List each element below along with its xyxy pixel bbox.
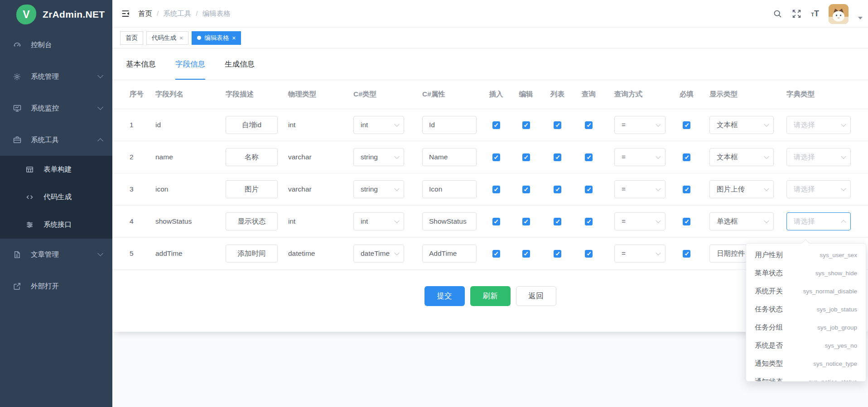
cs-type-select[interactable]: int bbox=[353, 116, 404, 134]
tag-1[interactable]: 代码生成× bbox=[146, 31, 188, 45]
list-checkbox[interactable] bbox=[554, 186, 561, 193]
list-checkbox[interactable] bbox=[554, 250, 561, 258]
breadcrumb-item[interactable]: 首页 bbox=[138, 9, 152, 19]
cs-type-select-value: string bbox=[361, 185, 378, 193]
dict-type-select[interactable]: 请选择 bbox=[786, 212, 851, 230]
check-icon bbox=[555, 154, 559, 158]
cs-property-input[interactable] bbox=[422, 244, 477, 263]
font-size-icon[interactable]: TT bbox=[811, 9, 819, 19]
close-icon[interactable]: × bbox=[232, 35, 236, 41]
edit-checkbox[interactable] bbox=[522, 218, 530, 225]
dict-option[interactable]: 系统开关sys_normal_disable bbox=[746, 282, 866, 300]
dict-option[interactable]: 系统是否sys_yes_no bbox=[746, 336, 866, 354]
cs-type-select[interactable]: string bbox=[353, 148, 404, 166]
submenu-item-code[interactable]: 代码生成 bbox=[0, 183, 112, 211]
display-type-select[interactable]: 单选框 bbox=[709, 212, 774, 230]
list-checkbox[interactable] bbox=[554, 153, 561, 161]
dict-option[interactable]: 通知类型sys_notice_type bbox=[746, 354, 866, 373]
dict-option-label: 任务状态 bbox=[755, 305, 783, 314]
cs-property-input[interactable] bbox=[422, 116, 477, 134]
insert-checkbox[interactable] bbox=[492, 153, 500, 161]
sidebar-item-document[interactable]: 文章管理 bbox=[0, 239, 112, 270]
tag-home[interactable]: 首页 bbox=[120, 31, 143, 45]
list-checkbox[interactable] bbox=[554, 218, 561, 225]
menu-fold-icon[interactable] bbox=[121, 9, 130, 19]
code-icon bbox=[25, 193, 36, 201]
query-mode-select[interactable]: = bbox=[614, 212, 665, 230]
required-checkbox[interactable] bbox=[683, 153, 690, 161]
dict-type-select[interactable]: 请选择 bbox=[786, 148, 851, 166]
required-checkbox[interactable] bbox=[683, 250, 690, 258]
tab-1[interactable]: 字段信息 bbox=[175, 48, 205, 80]
back-button[interactable]: 返回 bbox=[516, 286, 556, 306]
dict-option[interactable]: 通知状态sys_notice_status bbox=[746, 373, 866, 382]
insert-checkbox[interactable] bbox=[492, 121, 500, 129]
description-input[interactable] bbox=[226, 180, 278, 198]
row-number: 1 bbox=[123, 121, 152, 129]
edit-checkbox[interactable] bbox=[522, 121, 530, 129]
edit-checkbox[interactable] bbox=[522, 250, 530, 258]
submenu-item-sliders[interactable]: 系统接口 bbox=[0, 211, 112, 239]
sidebar-item-external[interactable]: 外部打开 bbox=[0, 270, 112, 302]
query-checkbox[interactable] bbox=[585, 121, 593, 129]
display-type-select[interactable]: 文本框 bbox=[709, 116, 774, 134]
edit-checkbox[interactable] bbox=[522, 186, 530, 193]
list-checkbox[interactable] bbox=[554, 121, 561, 129]
cs-property-input[interactable] bbox=[422, 148, 477, 166]
display-type-select[interactable]: 文本框 bbox=[709, 148, 774, 166]
description-input[interactable] bbox=[226, 244, 278, 263]
cs-type-select[interactable]: dateTime bbox=[353, 244, 404, 263]
display-type-select[interactable]: 图片上传 bbox=[709, 180, 774, 198]
tag-2[interactable]: 编辑表格× bbox=[192, 31, 241, 45]
dict-type-select[interactable]: 请选择 bbox=[786, 116, 851, 134]
sidebar-item-toolbox[interactable]: 系统工具 bbox=[0, 124, 112, 156]
brand-name: ZrAdmin.NET bbox=[43, 9, 105, 20]
dict-option[interactable]: 任务分组sys_job_group bbox=[746, 318, 866, 336]
check-icon bbox=[587, 187, 591, 191]
edit-checkbox[interactable] bbox=[522, 153, 530, 161]
dict-option[interactable]: 用户性别sys_user_sex bbox=[746, 246, 866, 264]
edit-checkbox-wrap bbox=[522, 121, 530, 129]
submenu-item-table[interactable]: 表单构建 bbox=[0, 156, 112, 183]
insert-checkbox[interactable] bbox=[492, 250, 500, 258]
query-mode-select[interactable]: = bbox=[614, 116, 665, 134]
dict-type-select[interactable]: 请选择 bbox=[786, 180, 851, 198]
description-input[interactable] bbox=[226, 212, 278, 230]
tab-2[interactable]: 生成信息 bbox=[225, 48, 255, 80]
query-checkbox[interactable] bbox=[585, 218, 593, 225]
dict-option[interactable]: 任务状态sys_job_status bbox=[746, 300, 866, 318]
description-input[interactable] bbox=[226, 148, 278, 166]
description-input[interactable] bbox=[226, 116, 278, 134]
query-mode-select[interactable]: = bbox=[614, 180, 665, 198]
sidebar-item-dashboard[interactable]: 控制台 bbox=[0, 29, 112, 61]
cs-type-select[interactable]: int bbox=[353, 212, 404, 230]
insert-checkbox[interactable] bbox=[492, 218, 500, 225]
sidebar-item-gear[interactable]: 系统管理 bbox=[0, 61, 112, 92]
caret-down-icon[interactable] bbox=[858, 17, 863, 19]
tab-0[interactable]: 基本信息 bbox=[126, 48, 156, 80]
cs-type-select-value: int bbox=[361, 217, 368, 225]
sidebar-item-monitor[interactable]: 系统监控 bbox=[0, 92, 112, 124]
query-checkbox[interactable] bbox=[585, 250, 593, 258]
required-checkbox[interactable] bbox=[683, 218, 690, 225]
query-checkbox[interactable] bbox=[585, 153, 593, 161]
dict-option-code: sys_yes_no bbox=[825, 342, 857, 349]
required-checkbox[interactable] bbox=[683, 121, 690, 129]
query-mode-select[interactable]: = bbox=[614, 148, 665, 166]
close-icon[interactable]: × bbox=[179, 35, 183, 41]
query-checkbox[interactable] bbox=[585, 186, 593, 193]
query-mode-select[interactable]: = bbox=[614, 244, 665, 263]
refresh-button[interactable]: 刷新 bbox=[470, 286, 511, 306]
cs-property-input[interactable] bbox=[422, 212, 477, 230]
cs-property-input[interactable] bbox=[422, 180, 477, 198]
fullscreen-icon[interactable] bbox=[792, 9, 801, 19]
submit-button[interactable]: 提交 bbox=[424, 286, 465, 306]
dict-option[interactable]: 菜单状态sys_show_hide bbox=[746, 264, 866, 282]
breadcrumb-item[interactable]: 系统工具 bbox=[163, 9, 191, 19]
required-checkbox[interactable] bbox=[683, 186, 690, 193]
form-tabs: 基本信息字段信息生成信息 bbox=[112, 48, 868, 80]
insert-checkbox[interactable] bbox=[492, 186, 500, 193]
user-avatar[interactable] bbox=[829, 4, 849, 24]
search-icon[interactable] bbox=[773, 9, 782, 19]
cs-type-select[interactable]: string bbox=[353, 180, 404, 198]
